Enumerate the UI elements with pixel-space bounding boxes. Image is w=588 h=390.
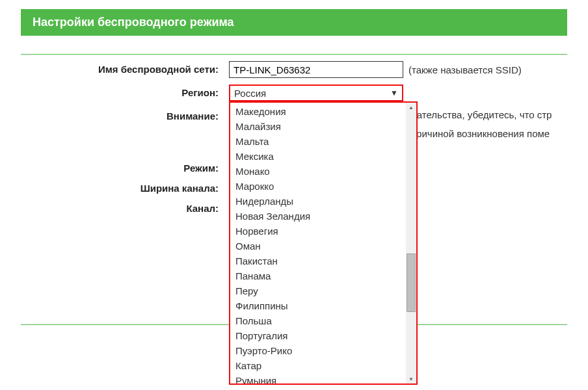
region-select-value: Россия bbox=[234, 88, 266, 99]
ssid-hint: (также называется SSID) bbox=[408, 64, 522, 75]
ssid-label: Имя беспроводной сети: bbox=[21, 61, 229, 75]
region-option[interactable]: Оман bbox=[230, 239, 406, 254]
region-option[interactable]: Мальта bbox=[230, 134, 406, 149]
scroll-track[interactable] bbox=[406, 112, 416, 374]
ssid-input[interactable] bbox=[229, 61, 403, 78]
channel-width-label: Ширина канала: bbox=[21, 180, 229, 194]
scroll-up-icon[interactable]: ▲ bbox=[406, 103, 416, 112]
region-option[interactable]: Пакистан bbox=[230, 254, 406, 268]
region-option[interactable]: Новая Зеландия bbox=[230, 209, 406, 224]
region-label: Регион: bbox=[21, 84, 229, 98]
region-option[interactable]: Пуэрто-Рико bbox=[230, 343, 406, 358]
region-option[interactable]: Монако bbox=[230, 164, 406, 179]
region-option[interactable]: Катар bbox=[230, 358, 406, 373]
region-option[interactable]: Перу bbox=[230, 283, 406, 298]
region-option[interactable]: Польша bbox=[230, 313, 406, 328]
region-option[interactable]: Нидерланды bbox=[230, 194, 406, 209]
scroll-thumb[interactable] bbox=[407, 254, 416, 312]
region-dropdown-list[interactable]: МакедонияМалайзияМальтаМексикаМонакоМаро… bbox=[230, 103, 406, 384]
region-option[interactable]: Филиппины bbox=[230, 298, 406, 313]
region-option[interactable]: Малайзия bbox=[230, 119, 406, 134]
mode-label: Режим: bbox=[21, 160, 229, 174]
divider-top bbox=[21, 54, 567, 55]
region-option[interactable]: Португалия bbox=[230, 328, 406, 343]
region-option[interactable]: Марокко bbox=[230, 179, 406, 194]
warning-text-line1: дательства, убедитесь, что стр bbox=[411, 108, 552, 122]
region-option[interactable]: Панама bbox=[230, 268, 406, 283]
row-region: Регион: Россия ▼ bbox=[21, 84, 567, 101]
scroll-down-icon[interactable]: ▼ bbox=[406, 374, 416, 384]
row-ssid: Имя беспроводной сети: (также называется… bbox=[21, 61, 567, 78]
region-select[interactable]: Россия ▼ bbox=[229, 84, 403, 101]
warning-label: Внимание: bbox=[21, 108, 229, 122]
scrollbar[interactable]: ▲ ▼ bbox=[406, 103, 416, 384]
region-dropdown[interactable]: МакедонияМалайзияМальтаМексикаМонакоМаро… bbox=[229, 101, 418, 385]
region-option[interactable]: Румыния bbox=[230, 373, 406, 384]
page-title: Настройки беспроводного режима bbox=[21, 9, 567, 36]
warning-text-line2: причиной возникновения поме bbox=[411, 127, 550, 140]
wireless-form: Имя беспроводной сети: (также называется… bbox=[21, 61, 567, 214]
chevron-down-icon: ▼ bbox=[390, 88, 398, 98]
channel-label: Канал: bbox=[21, 200, 229, 214]
region-option[interactable]: Македония bbox=[230, 104, 406, 119]
region-option[interactable]: Норвегия bbox=[230, 224, 406, 239]
region-option[interactable]: Мексика bbox=[230, 149, 406, 164]
